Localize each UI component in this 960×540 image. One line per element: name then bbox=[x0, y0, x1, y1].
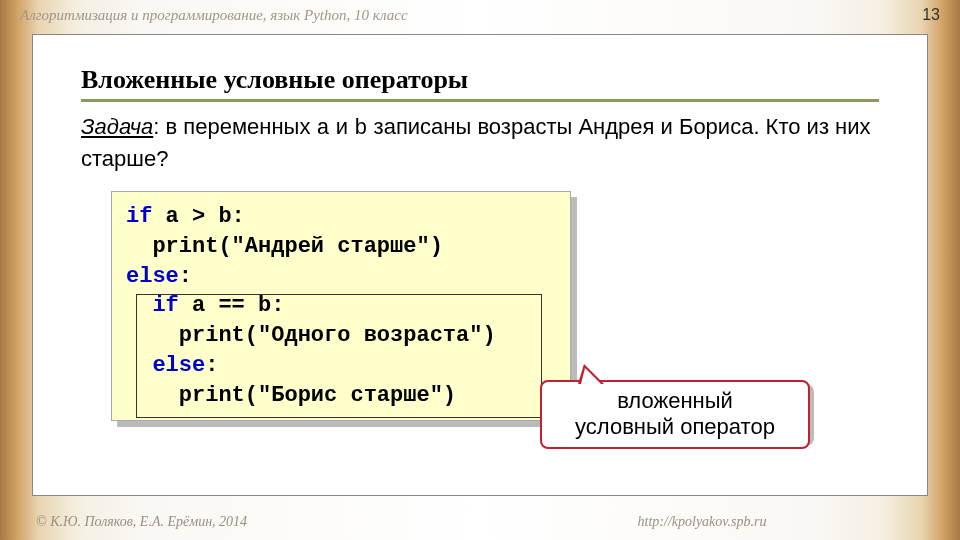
section-title: Вложенные условные операторы bbox=[81, 65, 879, 102]
code-l4b: a == b: bbox=[179, 293, 285, 318]
header-title: Алгоритмизация и программирование, язык … bbox=[20, 7, 922, 24]
code-block: if a > b: print("Андрей старше") else: i… bbox=[111, 191, 571, 421]
code-l3b: : bbox=[179, 264, 192, 289]
task-var-b: b bbox=[354, 116, 367, 141]
callout-bubble: вложенный условный оператор bbox=[540, 380, 810, 449]
task-var-a: a bbox=[317, 116, 330, 141]
footer: © К.Ю. Поляков, Е.А. Ерёмин, 2014 http:/… bbox=[0, 514, 960, 530]
kw-else: else bbox=[126, 264, 179, 289]
footer-url: http://kpolyakov.spb.ru bbox=[480, 514, 924, 530]
task-part1: : в переменных bbox=[153, 114, 316, 139]
callout-tail-fill bbox=[581, 368, 601, 384]
code-l1b: a > b: bbox=[152, 204, 244, 229]
code-l6b: : bbox=[205, 353, 218, 378]
task-text: Задача: в переменных a и b записаны возр… bbox=[81, 112, 879, 173]
code-block-wrap: if a > b: print("Андрей старше") else: i… bbox=[111, 191, 571, 421]
kw-else2: else bbox=[126, 353, 205, 378]
task-mid: и bbox=[330, 114, 355, 139]
callout-wrap: вложенный условный оператор bbox=[540, 380, 810, 449]
code-l2: print("Андрей старше") bbox=[126, 234, 443, 259]
kw-if2: if bbox=[126, 293, 179, 318]
page-number: 13 bbox=[922, 6, 940, 24]
code-l7: print("Борис старше") bbox=[126, 383, 456, 408]
task-label: Задача bbox=[81, 114, 153, 139]
callout-line1: вложенный bbox=[617, 388, 733, 413]
code-l5: print("Одного возраста") bbox=[126, 323, 496, 348]
kw-if: if bbox=[126, 204, 152, 229]
callout-line2: условный оператор bbox=[575, 414, 775, 439]
header-bar: Алгоритмизация и программирование, язык … bbox=[0, 0, 960, 30]
footer-copyright: © К.Ю. Поляков, Е.А. Ерёмин, 2014 bbox=[36, 514, 480, 530]
